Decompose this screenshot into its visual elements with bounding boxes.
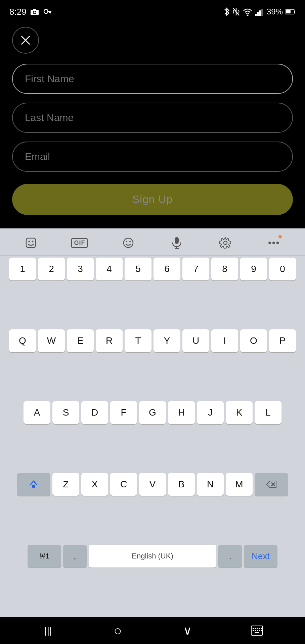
recents-nav-button[interactable]: ∨: [177, 621, 198, 641]
key-p[interactable]: P: [269, 329, 296, 352]
signup-label: Sign Up: [132, 193, 173, 205]
bluetooth-icon: [224, 7, 230, 16]
key-s[interactable]: S: [52, 401, 79, 424]
svg-point-24: [129, 241, 131, 242]
svg-rect-35: [257, 628, 258, 629]
keyboard-area: GIF: [0, 228, 305, 617]
bottom-row: !#1 , English (UK) . Next: [3, 545, 302, 617]
nav-bar: ||| ○ ∨: [0, 617, 305, 644]
key-d[interactable]: D: [81, 401, 108, 424]
signup-form: [12, 64, 293, 172]
key-icon: [43, 8, 52, 15]
keyboard-keys: 1 2 3 4 5 6 7 8 9 0 Q W E R T Y U I O P …: [0, 256, 305, 617]
svg-rect-25: [175, 237, 179, 244]
shift-key[interactable]: [17, 473, 50, 496]
asdf-row: A S D F G H J K L: [3, 401, 302, 471]
keyboard-toolbar: GIF: [0, 228, 305, 256]
key-c[interactable]: C: [110, 473, 137, 496]
email-input[interactable]: [12, 142, 293, 172]
key-2[interactable]: 2: [38, 258, 65, 280]
back-nav-button[interactable]: |||: [38, 621, 58, 641]
keyboard-nav-button[interactable]: [247, 621, 267, 641]
key-n[interactable]: N: [197, 473, 224, 496]
key-t[interactable]: T: [125, 329, 151, 352]
svg-rect-43: [255, 632, 259, 633]
svg-rect-39: [255, 630, 256, 631]
key-8[interactable]: 8: [211, 258, 238, 280]
close-button[interactable]: [12, 27, 39, 54]
svg-rect-40: [257, 630, 258, 631]
svg-rect-33: [253, 628, 254, 629]
svg-rect-13: [261, 9, 263, 16]
key-i[interactable]: I: [211, 329, 238, 352]
svg-rect-11: [257, 12, 259, 16]
svg-rect-34: [255, 628, 256, 629]
svg-rect-7: [49, 12, 50, 13]
svg-rect-41: [259, 630, 260, 631]
key-5[interactable]: 5: [125, 258, 151, 280]
key-x[interactable]: X: [81, 473, 108, 496]
sticker-icon[interactable]: [22, 234, 40, 252]
key-3[interactable]: 3: [67, 258, 94, 280]
battery-text: 39%: [267, 7, 283, 16]
svg-rect-42: [261, 630, 262, 631]
key-k[interactable]: K: [226, 401, 253, 424]
key-w[interactable]: W: [38, 329, 65, 352]
home-nav-button[interactable]: ○: [108, 621, 128, 641]
svg-rect-19: [26, 238, 36, 248]
period-key[interactable]: .: [218, 545, 242, 568]
key-y[interactable]: Y: [154, 329, 180, 352]
app-area: Sign Up: [0, 20, 305, 228]
key-u[interactable]: U: [182, 329, 209, 352]
emoji-icon[interactable]: [119, 234, 137, 252]
qwerty-row: Q W E R T Y U I O P: [3, 329, 302, 399]
key-0[interactable]: 0: [269, 258, 296, 280]
svg-point-9: [247, 15, 248, 16]
key-e[interactable]: E: [67, 329, 94, 352]
battery-icon: [286, 9, 296, 15]
svg-rect-29: [32, 485, 35, 488]
svg-rect-5: [47, 11, 51, 12]
signal-icon: [255, 8, 264, 16]
mute-icon: [232, 7, 240, 16]
key-9[interactable]: 9: [240, 258, 267, 280]
key-6[interactable]: 6: [154, 258, 180, 280]
key-b[interactable]: B: [168, 473, 195, 496]
first-name-input[interactable]: [12, 64, 293, 94]
gif-label: GIF: [71, 238, 88, 248]
key-1[interactable]: 1: [9, 258, 36, 280]
key-f[interactable]: F: [110, 401, 137, 424]
next-key[interactable]: Next: [244, 545, 277, 568]
zxcv-row: Z X C V B N M: [3, 473, 302, 543]
mic-icon[interactable]: [168, 234, 186, 252]
key-v[interactable]: V: [139, 473, 166, 496]
key-7[interactable]: 7: [182, 258, 209, 280]
key-4[interactable]: 4: [96, 258, 123, 280]
backspace-key[interactable]: [255, 473, 288, 496]
signup-button[interactable]: Sign Up: [12, 184, 293, 215]
key-o[interactable]: O: [240, 329, 267, 352]
last-name-input[interactable]: [12, 103, 293, 133]
svg-rect-36: [259, 628, 260, 629]
key-z[interactable]: Z: [52, 473, 79, 496]
key-l[interactable]: L: [255, 401, 281, 424]
gif-icon[interactable]: GIF: [71, 234, 89, 252]
key-q[interactable]: Q: [9, 329, 36, 352]
number-row: 1 2 3 4 5 6 7 8 9 0: [3, 258, 302, 327]
status-icons: 39%: [224, 7, 296, 16]
more-icon[interactable]: •••: [265, 234, 283, 252]
svg-point-22: [124, 238, 133, 248]
key-m[interactable]: M: [226, 473, 253, 496]
symbols-key[interactable]: !#1: [28, 545, 61, 568]
settings-icon[interactable]: [216, 234, 234, 252]
space-key[interactable]: English (UK): [89, 545, 216, 568]
key-j[interactable]: J: [197, 401, 224, 424]
key-g[interactable]: G: [139, 401, 166, 424]
key-h[interactable]: H: [168, 401, 195, 424]
svg-rect-6: [50, 12, 51, 13]
status-bar: 8:29: [0, 0, 305, 20]
status-time: 8:29: [9, 7, 52, 17]
key-r[interactable]: R: [96, 329, 123, 352]
comma-key[interactable]: ,: [63, 545, 87, 568]
key-a[interactable]: A: [24, 401, 50, 424]
